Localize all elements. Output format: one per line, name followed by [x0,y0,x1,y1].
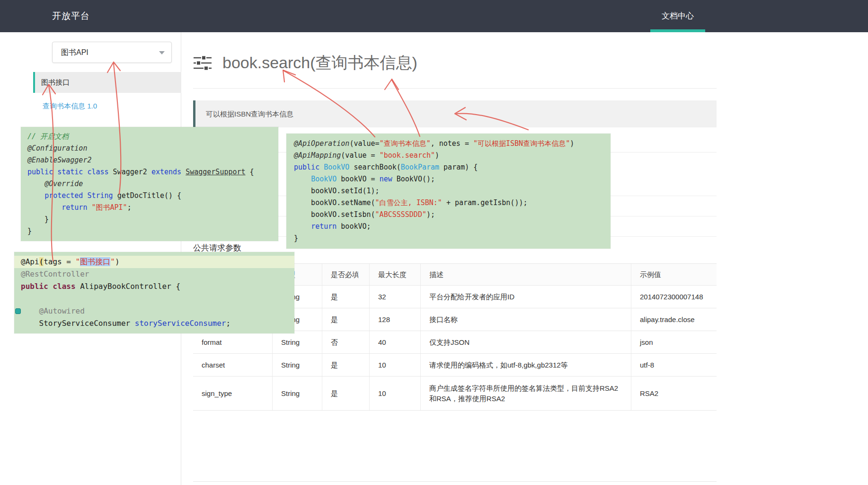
brand-label[interactable]: 开放平台 [52,0,90,32]
table-cell: 请求使用的编码格式，如utf-8,gbk,gb2312等 [420,354,631,376]
nav-doc-center[interactable]: 文档中心 [650,0,705,32]
doc-center-active-indicator [650,29,705,32]
gutter-marker-icon [15,308,21,314]
table-row: sign_typeString是10商户生成签名字符串所使用的签名算法类型，目前… [193,377,717,411]
table-cell: String [272,354,322,376]
column-header: 示例值 [631,264,717,285]
code-line: } [27,214,272,225]
table-cell: json [631,331,717,353]
table-cell: 商户生成签名字符串所使用的签名算法类型，目前支持RSA2和RSA，推荐使用RSA… [420,377,631,410]
table-cell: 128 [369,308,420,331]
table-cell: 32 [369,286,420,308]
code-block-search-book: @ApiOperation(value="查询书本信息", notes = "可… [286,134,611,249]
table-cell: 2014072300007148 [631,286,717,308]
column-header: 是否必填 [322,264,369,285]
code-line: public static class Swagger2 extends Swa… [27,166,272,178]
code-line: } [27,225,272,237]
code-line: @EnableSwagger2 [27,154,272,166]
table-cell: charset [193,354,272,376]
code-line: @ApiOperation(value="查询书本信息", notes = "可… [294,138,603,150]
table-row: formatString否40仅支持JSONjson [193,331,717,354]
table-cell: 是 [322,308,369,331]
code-line: @RestController [21,268,288,280]
page-title: book.search(查询书本信息) [222,52,417,74]
code-line: @Autowired [21,305,288,317]
code-line: } [294,233,603,244]
api-select-dropdown[interactable]: 图书API [52,42,172,63]
table-cell: 10 [369,377,420,410]
sliders-icon [193,55,212,73]
info-banner: 可以根据ISBN查询书本信息 [193,100,717,127]
code-line: protected String getDocTitle() { [27,190,272,202]
code-line: @Api(tags = "图书接口") [14,256,294,268]
code-line: BookVO bookVO = new BookVO(); [294,173,603,185]
background-row-divider [193,481,717,482]
code-line: @Configuration [27,143,272,154]
table-cell: 是 [322,377,369,410]
table-cell: 是 [322,286,369,308]
code-line: StoryServiceConsumer storyServiceConsume… [21,317,288,330]
code-line: @Override [27,178,272,190]
table-cell: 10 [369,354,420,376]
table-row: charsetString是10请求使用的编码格式，如utf-8,gbk,gb2… [193,354,717,377]
column-header: 描述 [420,264,631,285]
code-line: bookVO.setName("白雪公主, ISBN:" + param.get… [294,197,603,209]
code-line [21,293,288,305]
table-cell: 接口名称 [420,308,631,331]
code-line: bookVO.setIsbn("ABCSSSSDDD"); [294,209,603,221]
header-bar: 开放平台 文档中心 [0,0,868,32]
table-cell: 40 [369,331,420,353]
sidebar-item-book-api-group[interactable]: 图书接口 [33,72,181,93]
table-cell: String [272,377,322,410]
column-header: 最大长度 [369,264,420,285]
code-line: return "图书API"; [27,202,272,214]
table-cell: 仅支持JSON [420,331,631,353]
code-line: bookVO.setId(1); [294,185,603,197]
code-block-controller: @Api(tags = "图书接口")@RestControllerpublic… [14,252,294,333]
code-line: public class AlipayBookController { [21,280,288,293]
table-cell: String [272,331,322,353]
table-cell: alipay.trade.close [631,308,717,331]
code-line: @ApiMapping(value = "book.search") [294,150,603,162]
table-cell: sign_type [193,377,272,410]
code-line: return bookVO; [294,221,603,233]
api-select-value: 图书API [61,42,89,63]
title-divider [193,88,717,89]
sidebar-link-search-book[interactable]: 查询书本信息 1.0 [43,102,97,111]
table-cell: RSA2 [631,377,717,410]
table-cell: 否 [322,331,369,353]
table-cell: format [193,331,272,353]
code-block-swagger-config: // 开启文档@Configuration@EnableSwagger2publ… [21,127,278,241]
code-line: // 开启文档 [27,131,272,143]
table-cell: utf-8 [631,354,717,376]
table-cell: 是 [322,354,369,376]
table-cell: 平台分配给开发者的应用ID [420,286,631,308]
code-line: public BookVO searchBook(BookParam param… [294,162,603,173]
chevron-down-icon [159,51,165,54]
